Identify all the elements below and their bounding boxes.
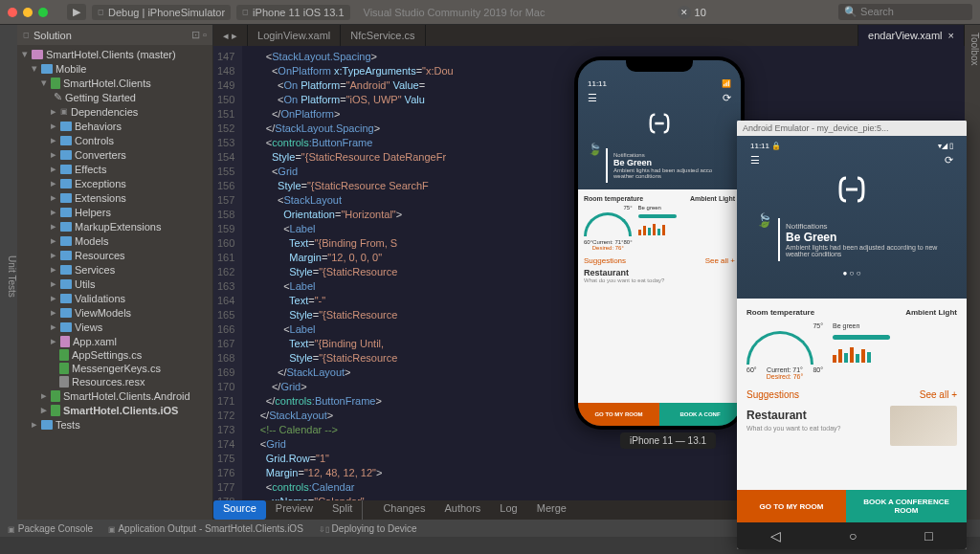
deploy-status[interactable]: ⇩▯ Deploying to Device xyxy=(319,523,417,534)
nfc-icon[interactable]: ⟳ xyxy=(723,92,731,104)
folder-label: Validations xyxy=(75,293,125,304)
left-gutter[interactable]: Unit Tests xyxy=(0,25,17,520)
home-button[interactable]: ○ xyxy=(849,528,857,543)
close-icon[interactable]: × xyxy=(948,30,954,41)
file-label: MessengerKeys.cs xyxy=(72,363,161,374)
tab-source[interactable]: Source xyxy=(213,500,266,520)
tab-changes[interactable]: Changes xyxy=(373,500,434,520)
folder-icon xyxy=(60,279,72,289)
solution-root-label: SmartHotel.Clients (master) xyxy=(46,49,176,60)
gauge-tick: 75° xyxy=(746,322,823,329)
app-output[interactable]: ▣ Application Output - SmartHotel.Client… xyxy=(108,523,303,534)
folder-item[interactable]: ▸Validations xyxy=(17,291,212,305)
tab-split[interactable]: Split xyxy=(323,500,362,520)
emulator-titlebar: Android Emulator - my_device_pie:5... xyxy=(737,121,967,136)
tab-log[interactable]: Log xyxy=(490,500,526,520)
tab-login[interactable]: LoginView.xaml xyxy=(248,25,341,46)
solution-root[interactable]: ▾SmartHotel.Clients (master) xyxy=(17,47,212,61)
close-dot[interactable] xyxy=(8,8,17,17)
status-label: Deploying to Device xyxy=(332,523,417,534)
tab-merge[interactable]: Merge xyxy=(527,500,576,520)
folder-icon xyxy=(60,193,72,203)
tab-authors[interactable]: Authors xyxy=(434,500,490,520)
pin-icon[interactable]: ⊡ ▫ xyxy=(191,29,207,41)
carousel-dots[interactable]: ● ○ ○ xyxy=(746,269,957,277)
phone-buttons: GO TO MY ROOM BOOK A CONFERENCE ROOM xyxy=(737,490,967,522)
getting-started[interactable]: ✎Getting Started xyxy=(17,90,212,104)
folder-item[interactable]: ▸Resources xyxy=(17,248,212,262)
book-conf-button[interactable]: BOOK A CONF xyxy=(659,403,741,426)
seeall-link[interactable]: See all + xyxy=(705,256,735,265)
zoom-dot[interactable] xyxy=(38,8,48,17)
search-input[interactable]: 🔍 Search xyxy=(838,4,972,20)
book-conf-button[interactable]: BOOK A CONFERENCE ROOM xyxy=(846,490,967,522)
folder-icon xyxy=(41,64,53,74)
folder-item[interactable]: ▸Effects xyxy=(17,162,212,176)
signal-icon: 📶 xyxy=(722,79,731,88)
tab-label: endarView.xaml xyxy=(868,30,942,41)
project-icon xyxy=(51,390,60,402)
back-button[interactable]: ◁ xyxy=(770,528,781,543)
notification-card[interactable]: Notifications Be Green Ambient lights ha… xyxy=(606,148,731,183)
signal-icon: ▾◢ ▯ xyxy=(938,142,953,150)
slider[interactable] xyxy=(638,214,677,218)
deps-icon: ▣ xyxy=(60,107,68,116)
seeall-link[interactable]: See all + xyxy=(920,389,957,400)
package-console[interactable]: ▣ Package Console xyxy=(8,523,93,534)
menu-icon[interactable]: ☰ xyxy=(750,154,760,166)
file-item[interactable]: MessengerKeys.cs xyxy=(17,362,212,375)
history-button[interactable]: ◂ ▸ xyxy=(213,25,248,46)
folder-item[interactable]: ▸Controls xyxy=(17,133,212,147)
folder-item[interactable]: ▸Extensions xyxy=(17,190,212,205)
folder-item[interactable]: ▸Models xyxy=(17,233,212,248)
recent-button[interactable]: □ xyxy=(924,528,932,543)
folder-item[interactable]: ▸Exceptions xyxy=(17,176,212,190)
folder-item[interactable]: ▸Services xyxy=(17,262,212,277)
project-clients[interactable]: ▾SmartHotel.Clients xyxy=(17,76,212,90)
tab-nfc[interactable]: NfcService.cs xyxy=(341,25,425,46)
dependencies[interactable]: ▸▣Dependencies xyxy=(17,104,212,119)
folder-item[interactable]: ▸MarkupExtensions xyxy=(17,219,212,233)
device-dropdown[interactable]: ◻iPhone 11 iOS 13.1 xyxy=(236,5,349,20)
folder-item[interactable]: ▸Helpers xyxy=(17,205,212,219)
file-item[interactable]: Resources.resx xyxy=(17,375,212,388)
folder-icon xyxy=(60,165,72,174)
error-icon[interactable]: ✕ xyxy=(678,6,691,19)
menu-icon[interactable]: ☰ xyxy=(588,92,597,104)
gauge-tick: 60° xyxy=(746,366,757,373)
project-android[interactable]: ▸SmartHotel.Clients.Android xyxy=(17,388,212,403)
slider[interactable] xyxy=(833,335,890,340)
folder-icon xyxy=(60,265,72,275)
folder-item[interactable]: ▸Behaviors xyxy=(17,119,212,133)
suggestions-label: Suggestions xyxy=(584,256,626,265)
folder-tests[interactable]: ▸Tests xyxy=(17,417,212,432)
folder-item[interactable]: ▸Converters xyxy=(17,147,212,162)
wand-icon: ✎ xyxy=(54,91,62,103)
file-item[interactable]: ▸App.xaml xyxy=(17,334,212,348)
minimize-dot[interactable] xyxy=(23,8,33,17)
temp-gauge[interactable] xyxy=(746,331,813,365)
project-ios[interactable]: ▸SmartHotel.Clients.iOS xyxy=(17,403,212,417)
notification-card[interactable]: Notifications Be Green Ambient lights ha… xyxy=(778,218,947,261)
folder-mobile[interactable]: ▾Mobile xyxy=(17,61,212,76)
goto-room-button[interactable]: GO TO MY ROOM xyxy=(578,403,659,426)
folder-item[interactable]: ▸Utils xyxy=(17,277,212,291)
folder-item[interactable]: ▸ViewModels xyxy=(17,305,212,320)
solution-header: ◻Solution⊡ ▫ xyxy=(17,25,212,45)
folder-icon xyxy=(60,150,72,160)
folder-label: Resources xyxy=(75,250,125,261)
resx-icon xyxy=(59,376,69,388)
temp-gauge[interactable] xyxy=(584,212,632,237)
folder-item[interactable]: ▸Views xyxy=(17,320,212,334)
phone-header: 11:11📶 ☰⟳ 🍃 Notifications Be Green Ambie… xyxy=(578,60,741,189)
goto-room-button[interactable]: GO TO MY ROOM xyxy=(737,490,846,522)
file-item[interactable]: AppSettings.cs xyxy=(17,348,212,362)
config-dropdown[interactable]: ◻Debug | iPhoneSimulator xyxy=(92,5,231,20)
right-gutter[interactable]: Toolbox xyxy=(965,25,980,520)
tab-preview[interactable]: Preview xyxy=(266,500,323,520)
run-button[interactable]: ▶ xyxy=(67,4,86,20)
status-time: 11:11 xyxy=(588,79,607,88)
nfc-icon[interactable]: ⟳ xyxy=(945,154,953,166)
tab-calendar[interactable]: endarView.xaml× xyxy=(858,25,965,46)
getting-label: Getting Started xyxy=(65,92,136,103)
